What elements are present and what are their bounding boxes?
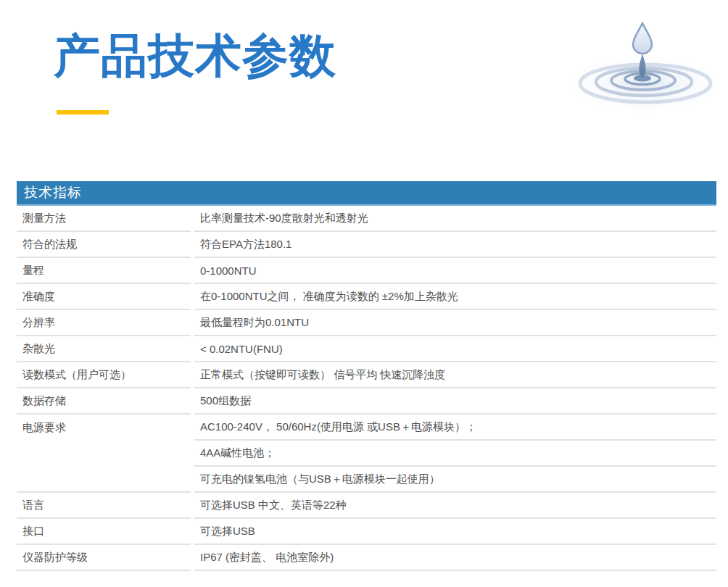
row-value: 符合EPA方法180.1 — [194, 232, 716, 258]
title-underline-accent — [57, 110, 109, 115]
row-value: 比率测量技术-90度散射光和透射光 — [194, 206, 716, 232]
row-value: < 0.02NTU(FNU) — [194, 336, 716, 362]
spec-table-body: 测量方法比率测量技术-90度散射光和透射光符合的法规符合EPA方法180.1量程… — [17, 206, 716, 571]
row-label: 接口 — [17, 519, 191, 545]
row-value: 在0-1000NTU之间， 准确度为读数的 ±2%加上杂散光 — [194, 284, 716, 310]
table-row: 分辨率最低量程时为0.01NTU — [17, 310, 716, 336]
row-value: 500组数据 — [194, 388, 716, 415]
row-label: 电源要求 — [17, 415, 191, 493]
row-value: 可选择USB 中文、英语等22种 — [194, 493, 716, 519]
table-row: 数据存储500组数据 — [17, 388, 716, 415]
row-value: IP67 (密封盖、 电池室除外) — [194, 545, 716, 571]
row-value: 最低量程时为0.01NTU — [194, 310, 716, 336]
row-label: 语言 — [17, 493, 191, 519]
product-spec-page: 产品技术参数 — [0, 0, 728, 587]
table-row: 杂散光< 0.02NTU(FNU) — [17, 336, 716, 362]
table-row: 符合的法规符合EPA方法180.1 — [17, 232, 716, 258]
row-value-group: AC100-240V， 50/60Hz(使用电源 或USB＋电源模块）；4AA碱… — [194, 415, 716, 493]
row-value: 正常模式（按键即可读数） 信号平均 快速沉降浊度 — [194, 362, 716, 388]
row-label: 仪器防护等级 — [17, 545, 191, 571]
row-value: AC100-240V， 50/60Hz(使用电源 或USB＋电源模块）； — [194, 415, 716, 441]
row-label: 量程 — [17, 258, 191, 284]
row-label: 数据存储 — [17, 388, 191, 415]
row-value: 0-1000NTU — [194, 258, 716, 284]
table-row: 仪器防护等级IP67 (密封盖、 电池室除外) — [17, 545, 716, 571]
row-value: 可充电的镍氢电池（与USB＋电源模块一起使用） — [194, 467, 716, 493]
table-row: 电源要求AC100-240V， 50/60Hz(使用电源 或USB＋电源模块）；… — [17, 415, 716, 493]
water-droplet-image — [571, 12, 725, 119]
water-droplet-ripple-icon — [571, 12, 725, 119]
table-row: 语言可选择USB 中文、英语等22种 — [17, 493, 716, 519]
row-label: 读数模式（用户可选） — [17, 362, 191, 388]
row-label: 准确度 — [17, 284, 191, 310]
row-label: 测量方法 — [17, 206, 191, 232]
table-row: 测量方法比率测量技术-90度散射光和透射光 — [17, 206, 716, 232]
row-label: 分辨率 — [17, 310, 191, 336]
table-row: 读数模式（用户可选）正常模式（按键即可读数） 信号平均 快速沉降浊度 — [17, 362, 716, 388]
row-label: 杂散光 — [17, 336, 191, 362]
spec-table: 技术指标 测量方法比率测量技术-90度散射光和透射光符合的法规符合EPA方法18… — [17, 181, 716, 571]
table-row: 量程0-1000NTU — [17, 258, 716, 284]
table-header: 技术指标 — [17, 181, 716, 206]
table-row: 准确度在0-1000NTU之间， 准确度为读数的 ±2%加上杂散光 — [17, 284, 716, 310]
page-title: 产品技术参数 — [54, 30, 336, 81]
row-value: 可选择USB — [194, 519, 716, 545]
table-row: 接口可选择USB — [17, 519, 716, 545]
row-label: 符合的法规 — [17, 232, 191, 258]
row-value: 4AA碱性电池； — [194, 441, 716, 467]
